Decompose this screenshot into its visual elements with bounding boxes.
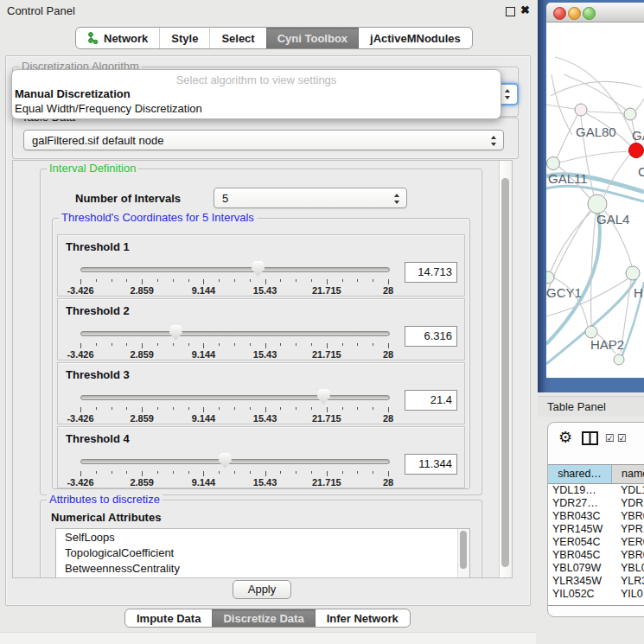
network-node[interactable] [585,326,597,338]
gear-icon[interactable]: ⚙ [558,430,572,445]
table-cell[interactable]: YBL0 [611,562,644,575]
tab-select[interactable]: Select [209,28,265,48]
table-cell[interactable]: YLR3 [611,575,644,588]
column-header-shared-name[interactable]: shared… [548,465,612,483]
checkbox-icon[interactable]: ☑ [605,433,615,443]
list-scrollbar[interactable] [457,529,469,578]
close-traffic-light-icon[interactable] [553,7,566,20]
table-row[interactable]: YBL079WYBL0 [548,562,644,575]
table-cell[interactable]: YER054C [548,536,611,549]
network-node[interactable] [547,157,560,170]
table-row[interactable]: YDL19…YDL1 [548,484,644,497]
network-window-titlebar[interactable] [546,3,644,22]
network-node[interactable] [614,354,624,365]
table-cell[interactable]: YER0 [611,536,644,549]
table-cell[interactable]: YIL0 [611,588,644,601]
slider-handle[interactable] [169,325,182,341]
table-row[interactable]: YBR045CYBR0 [548,549,644,562]
threshold-1-slider[interactable]: -3.4262.8599.14415.4321.71528 [80,261,388,294]
network-node[interactable] [588,194,607,214]
network-node[interactable] [624,108,636,120]
apply-button[interactable]: Apply [233,580,291,599]
tab-impute-data[interactable]: Impute Data [125,609,212,627]
slider-tick [342,407,343,410]
slider-handle[interactable] [252,261,265,277]
tab-jactivemnodules[interactable]: jActiveMNodules [359,28,472,48]
table-cell[interactable]: YBR045C [548,549,611,562]
table-cell[interactable]: YDR2 [611,497,644,510]
network-canvas[interactable]: GAL80 GA GAL11 C GAL4 GCY1 H HAP2 [546,22,644,378]
close-icon[interactable]: ✖ [520,3,530,16]
threshold-1-value-field[interactable]: 14.713 [405,262,457,283]
popup-item-equal-width-frequency[interactable]: Equal Width/Frequency Discretization [15,102,202,115]
list-item[interactable]: BetweennessCentrality [56,560,469,576]
table-data-combobox[interactable]: galFiltered.sif default node [23,130,504,150]
scrollbar-thumb[interactable] [460,531,467,569]
slider-tick [327,343,328,348]
network-node[interactable] [626,266,640,280]
table-cell[interactable]: YIL052C [548,588,611,601]
float-window-icon[interactable] [506,7,515,16]
slider-tick [265,279,266,284]
table-cell[interactable]: YDL1 [611,484,644,497]
settings-scrollbar[interactable] [499,161,512,577]
tab-network[interactable]: Network [76,28,159,48]
algorithm-hint: Select algorithm to view settings [12,73,501,86]
zoom-traffic-light-icon[interactable] [583,7,596,20]
table-cell[interactable]: YLR345W [548,575,611,588]
column-header-name[interactable]: name [612,465,644,483]
network-window[interactable]: GAL80 GA GAL11 C GAL4 GCY1 H HAP2 [538,0,644,392]
slider-tick-label: 21.715 [312,477,341,488]
tab-cyni-toolbox[interactable]: Cyni Toolbox [266,28,359,48]
tab-discretize-data[interactable]: Discretize Data [212,609,315,627]
slider-tick [157,471,158,474]
slider-tick [357,407,358,410]
slider-tick [265,343,266,348]
slider-tick [219,407,220,410]
threshold-3-slider[interactable]: -3.4262.8599.14415.4321.71528 [80,389,388,422]
slider-tick [126,471,127,474]
list-item[interactable]: TopologicalCoefficient [56,545,469,560]
table-row[interactable]: YER054CYER0 [548,536,644,549]
threshold-4-box: Threshold 4 -3.4262.8599.14415.4321.7152… [57,426,465,488]
algorithm-dropdown-popup: Select algorithm to view settings Manual… [11,69,501,119]
columns-icon[interactable] [582,431,598,445]
table-cell[interactable]: YBR043C [548,510,611,523]
threshold-2-value-field[interactable]: 6.316 [405,326,457,347]
table-row[interactable]: YBR043CYBR0 [548,510,644,523]
number-of-intervals-combobox[interactable]: 5 [214,188,407,208]
checkbox-icon[interactable]: ☑ [617,433,627,443]
network-node[interactable] [575,104,587,116]
network-node-highlighted[interactable] [629,143,644,158]
threshold-3-value-field[interactable]: 21.4 [405,390,457,411]
scrollbar-thumb[interactable] [501,178,509,567]
table-cell[interactable]: YBR0 [611,510,644,523]
slider-tick [311,279,312,282]
table-row[interactable]: YDR27…YDR2 [548,497,644,510]
tab-style[interactable]: Style [159,28,209,48]
network-node[interactable] [546,271,554,284]
slider-handle[interactable] [317,389,330,405]
table-cell[interactable]: YBR0 [611,549,644,562]
table-row[interactable]: YPR145WYPR1 [548,523,644,536]
tab-infer-network[interactable]: Infer Network [316,609,410,627]
table-row[interactable]: YLR345WYLR3 [548,575,644,588]
minimize-traffic-light-icon[interactable] [568,7,581,20]
table-cell[interactable]: YPR145W [548,523,611,536]
table-cell[interactable]: YPR1 [611,523,644,536]
table-cell[interactable]: YDL19… [548,484,611,497]
list-item[interactable]: SelfLoops [56,529,469,545]
threshold-2-slider[interactable]: -3.4262.8599.14415.4321.71528 [80,325,388,358]
slider-tick [203,279,204,284]
slider-tick [234,471,235,474]
slider-handle[interactable] [219,453,232,469]
threshold-4-value-field[interactable]: 11.344 [405,454,457,475]
threshold-4-slider[interactable]: -3.4262.8599.14415.4321.71528 [80,453,388,486]
slider-tick-label: 2.859 [130,349,154,360]
slider-tick [388,471,389,476]
table-cell[interactable]: YDR27… [548,497,611,510]
popup-item-manual-discretization[interactable]: Manual Discretization [15,87,131,100]
table-cell[interactable]: YBL079W [548,562,611,575]
slider-tick [357,343,358,346]
table-row[interactable]: YIL052CYIL0 [548,588,644,601]
